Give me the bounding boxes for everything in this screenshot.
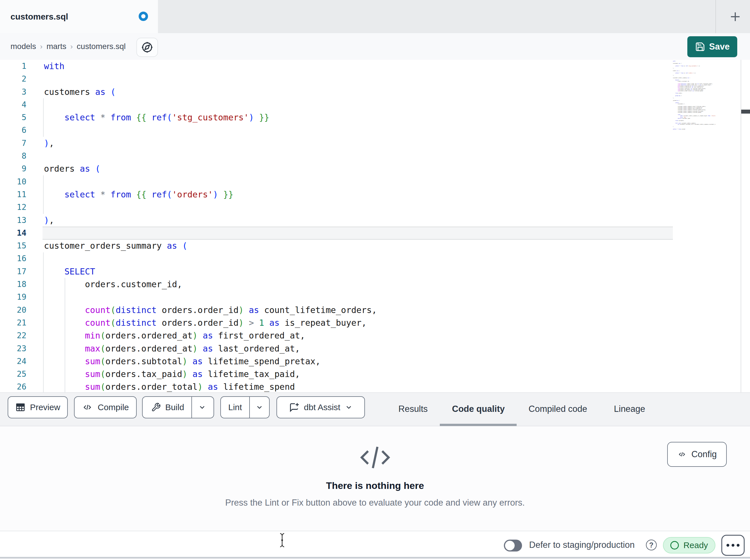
file-tab-customers-sql[interactable]: customers.sql [0, 0, 158, 33]
line-number[interactable]: 2 [0, 72, 42, 85]
assist-chat-sparkle-icon [289, 402, 299, 413]
build-split-button: Build [142, 396, 214, 418]
code-line[interactable] [44, 227, 377, 240]
breadcrumb-item-models[interactable]: models [11, 42, 36, 51]
code-line[interactable]: customer_orders_summary as ( [44, 240, 377, 252]
line-number[interactable]: 17 [0, 265, 42, 278]
dbt-assist-button[interactable]: dbt Assist [276, 396, 365, 418]
code-line[interactable]: select * from {{ ref('orders') }} [44, 188, 377, 201]
compass-icon [141, 41, 153, 54]
line-number[interactable]: 25 [0, 368, 42, 380]
breadcrumb: models › marts › customers.sql [11, 33, 125, 60]
code-line[interactable]: max(orders.ordered_at) as last_ordered_a… [44, 342, 377, 355]
wrench-icon [151, 402, 161, 412]
line-number[interactable]: 6 [0, 124, 42, 137]
tab-results-label: Results [398, 404, 428, 414]
navigate-code-button[interactable] [136, 38, 158, 57]
line-number[interactable]: 7 [0, 137, 42, 149]
dbt-assist-button-label: dbt Assist [304, 402, 340, 412]
lint-button[interactable]: Lint [221, 396, 249, 418]
lint-split-button: Lint [220, 396, 270, 418]
preview-button-label: Preview [30, 402, 60, 412]
line-number[interactable]: 8 [0, 149, 42, 162]
code-line[interactable]: orders as ( [44, 162, 377, 175]
line-number[interactable]: 11 [0, 188, 42, 201]
scrollbar-thumb[interactable] [741, 110, 750, 113]
save-button[interactable]: Save [687, 36, 737, 57]
line-number[interactable]: 18 [0, 278, 42, 291]
code-line[interactable] [44, 201, 377, 213]
new-tab-button[interactable] [720, 0, 750, 33]
preview-button[interactable]: Preview [8, 396, 68, 418]
line-number[interactable]: 9 [0, 162, 42, 175]
breadcrumb-item-marts[interactable]: marts [46, 42, 66, 51]
code-line[interactable]: sum(orders.tax_paid) as lifetime_tax_pai… [44, 368, 377, 380]
line-number[interactable]: 13 [0, 214, 42, 227]
status-bar: Defer to staging/production ? Ready [0, 531, 750, 558]
indent-guide [43, 252, 44, 392]
code-empty-state-icon [357, 443, 394, 473]
line-number[interactable]: 5 [0, 111, 42, 124]
code-editor[interactable]: 1234567891011121314151617181920212223242… [0, 60, 750, 392]
line-number[interactable]: 10 [0, 175, 42, 188]
line-number[interactable]: 3 [0, 86, 42, 98]
code-line[interactable]: orders.customer_id, [44, 278, 377, 291]
lint-dropdown-button[interactable] [250, 396, 269, 418]
line-number[interactable]: 21 [0, 316, 42, 329]
tab-results[interactable]: Results [398, 392, 428, 426]
line-number[interactable]: 23 [0, 342, 42, 355]
code-content[interactable]: with customers as ( select * from {{ ref… [44, 60, 377, 393]
more-options-button[interactable] [722, 535, 745, 556]
code-line[interactable]: count(distinct orders.order_id) as count… [44, 304, 377, 316]
breadcrumb-item-file[interactable]: customers.sql [77, 42, 126, 51]
code-icon [82, 402, 93, 412]
ide-status-badge[interactable]: Ready [663, 537, 715, 554]
minimap[interactable]: with customers as ( select * from {{ ref… [673, 61, 715, 196]
tab-code-quality[interactable]: Code quality [452, 392, 505, 426]
tab-compiled-code[interactable]: Compiled code [529, 392, 587, 426]
build-dropdown-button[interactable] [192, 396, 212, 418]
code-line[interactable] [44, 149, 377, 162]
line-number[interactable]: 26 [0, 380, 42, 393]
code-line[interactable]: ), [44, 137, 377, 149]
ellipsis-icon [732, 544, 734, 547]
line-number[interactable]: 14 [0, 227, 42, 240]
line-number[interactable]: 12 [0, 201, 42, 213]
code-line[interactable] [44, 175, 377, 188]
help-icon[interactable]: ? [646, 540, 657, 551]
config-button[interactable]: Config [667, 442, 727, 467]
chevron-down-icon [198, 403, 206, 411]
code-line[interactable] [44, 252, 377, 265]
code-line[interactable]: ), [44, 214, 377, 227]
line-number-gutter[interactable]: 1234567891011121314151617181920212223242… [0, 60, 42, 393]
code-line[interactable]: sum(orders.order_total) as lifetime_spen… [44, 380, 377, 393]
code-line[interactable] [44, 98, 377, 111]
defer-toggle[interactable] [504, 540, 522, 552]
line-number[interactable]: 24 [0, 355, 42, 368]
toggle-knob [505, 541, 515, 551]
code-line[interactable]: with [44, 60, 377, 72]
line-number[interactable]: 20 [0, 304, 42, 316]
tab-code-quality-label: Code quality [452, 404, 505, 414]
code-line[interactable]: min(orders.ordered_at) as first_ordered_… [44, 329, 377, 342]
code-line[interactable]: customers as ( [44, 86, 377, 98]
line-number[interactable]: 4 [0, 98, 42, 111]
code-line[interactable] [44, 291, 377, 303]
lint-button-label: Lint [228, 402, 242, 412]
code-line[interactable] [44, 124, 377, 137]
line-number[interactable]: 16 [0, 252, 42, 265]
code-line[interactable]: SELECT [44, 265, 377, 278]
line-number[interactable]: 1 [0, 60, 42, 72]
code-line[interactable]: sum(orders.subtotal) as lifetime_spend_p… [44, 355, 377, 368]
compile-button[interactable]: Compile [74, 396, 137, 418]
line-number[interactable]: 15 [0, 240, 42, 252]
breadcrumb-row: models › marts › customers.sql Save [0, 33, 750, 60]
code-line[interactable]: count(distinct orders.order_id) > 1 as i… [44, 316, 377, 329]
code-line[interactable]: select * from {{ ref('stg_customers') }} [44, 111, 377, 124]
code-line[interactable] [44, 72, 377, 85]
line-number[interactable]: 22 [0, 329, 42, 342]
tab-lineage[interactable]: Lineage [614, 392, 645, 426]
build-button[interactable]: Build [144, 396, 192, 418]
line-number[interactable]: 19 [0, 291, 42, 303]
ellipsis-icon [727, 544, 729, 547]
